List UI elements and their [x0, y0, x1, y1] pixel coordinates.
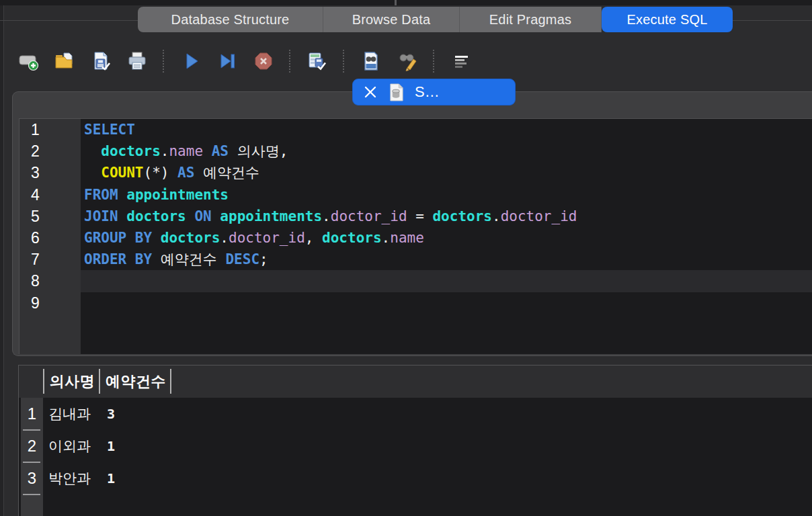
open-sql-file-icon — [54, 50, 75, 72]
execute-all-button[interactable] — [180, 50, 202, 73]
print-icon — [126, 50, 148, 72]
sql-editor[interactable]: 1SELECT2 doctors.name AS 의사명,3 COUNT(*) … — [19, 118, 812, 354]
code-text[interactable]: JOIN doctors ON appointments.doctor_id =… — [81, 206, 812, 227]
line-number: 2 — [19, 140, 81, 162]
code-text[interactable] — [81, 292, 812, 314]
cell-appointment-count[interactable]: 3 — [107, 398, 115, 430]
open-sql-tab-button[interactable] — [17, 50, 39, 73]
code-line: 1SELECT — [19, 119, 812, 140]
sql-editor-frame: 1SELECT2 doctors.name AS 의사명,3 COUNT(*) … — [12, 91, 812, 356]
cell-doctor-name[interactable]: 박안과 — [48, 462, 91, 494]
save-results-button[interactable] — [307, 50, 328, 73]
line-number: 4 — [19, 184, 81, 206]
cell-doctor-name[interactable]: 김내과 — [48, 398, 91, 430]
row-separator — [23, 494, 40, 495]
code-text[interactable]: SELECT — [81, 119, 812, 140]
save-sql-file-button[interactable] — [90, 50, 112, 73]
code-line: 5JOIN doctors ON appointments.doctor_id … — [19, 206, 812, 227]
print-button[interactable] — [126, 50, 148, 73]
results-header: 의사명예약건수 — [19, 366, 812, 398]
window-top-tick — [395, 0, 397, 5]
line-number: 9 — [19, 292, 81, 314]
window-left-edge-line — [3, 5, 4, 516]
column-separator[interactable] — [99, 369, 100, 394]
view-tabs: Database StructureBrowse DataEdit Pragma… — [138, 7, 733, 32]
tab-browse-data[interactable]: Browse Data — [323, 7, 460, 32]
results-grid: 의사명예약건수 1김내과32이외과13박안과1 — [18, 365, 812, 516]
tab-edit-pragmas[interactable]: Edit Pragmas — [460, 7, 602, 32]
stop-button[interactable] — [253, 50, 274, 73]
stop-icon — [253, 50, 274, 72]
execute-current-line-icon — [216, 50, 238, 72]
cell-appointment-count[interactable]: 1 — [107, 462, 115, 494]
toolbar-separator — [433, 50, 436, 73]
format-lines-icon — [450, 50, 472, 72]
column-separator[interactable] — [170, 369, 171, 394]
code-text[interactable] — [81, 270, 812, 292]
sql-toolbar — [17, 48, 472, 74]
save-sql-file-icon — [90, 50, 112, 72]
line-number: 6 — [19, 227, 81, 249]
code-text[interactable]: doctors.name AS 의사명, — [81, 140, 812, 162]
save-results-icon — [307, 50, 328, 72]
cell-appointment-count[interactable]: 1 — [107, 430, 115, 462]
execute-current-line-button[interactable] — [216, 50, 238, 73]
sql-document-icon — [389, 83, 404, 101]
row-number[interactable]: 3 — [21, 462, 43, 494]
toolbar-separator — [289, 50, 292, 73]
find-replace-icon — [397, 50, 418, 72]
code-line: 8 — [19, 270, 812, 292]
code-line: 9 — [19, 292, 812, 314]
line-number: 5 — [19, 206, 81, 227]
code-line: 2 doctors.name AS 의사명, — [19, 140, 812, 162]
open-sql-file-button[interactable] — [54, 50, 75, 73]
splitter[interactable] — [0, 356, 812, 365]
code-line: 4FROM appointments — [19, 184, 812, 206]
code-line: 6GROUP BY doctors.doctor_id, doctors.nam… — [19, 227, 812, 249]
tab-database-structure[interactable]: Database Structure — [138, 7, 323, 32]
toolbar-separator — [343, 50, 346, 73]
code-text[interactable]: ORDER BY 예약건수 DESC; — [81, 249, 812, 270]
row-number[interactable]: 2 — [21, 430, 43, 462]
code-line: 3 COUNT(*) AS 예약건수 — [19, 162, 812, 183]
sql-tab[interactable]: S… — [352, 79, 516, 105]
tab-execute-sql[interactable]: Execute SQL — [602, 7, 733, 32]
line-number: 3 — [19, 162, 81, 183]
column-header[interactable]: 예약건수 — [102, 366, 170, 398]
code-text[interactable]: COUNT(*) AS 예약건수 — [81, 162, 812, 183]
find-button[interactable] — [360, 50, 382, 73]
format-lines-button[interactable] — [450, 50, 472, 73]
find-replace-button[interactable] — [397, 50, 418, 73]
line-number: 1 — [19, 119, 81, 140]
sql-tab-title: S… — [415, 83, 440, 101]
line-number: 7 — [19, 249, 81, 270]
code-line: 7ORDER BY 예약건수 DESC; — [19, 249, 812, 270]
execute-all-icon — [180, 50, 202, 72]
window-top-strip — [0, 0, 812, 5]
column-separator[interactable] — [43, 369, 44, 394]
row-number[interactable]: 1 — [21, 398, 43, 430]
toolbar-separator — [163, 50, 165, 73]
line-number: 8 — [19, 270, 81, 292]
column-header[interactable]: 의사명 — [46, 366, 99, 398]
open-sql-tab-icon — [17, 50, 39, 72]
find-icon — [360, 50, 382, 72]
cell-doctor-name[interactable]: 이외과 — [48, 430, 91, 462]
code-text[interactable]: FROM appointments — [81, 184, 812, 206]
code-text[interactable]: GROUP BY doctors.doctor_id, doctors.name — [81, 227, 812, 249]
code-lines: 1SELECT2 doctors.name AS 의사명,3 COUNT(*) … — [19, 119, 812, 314]
close-tab-icon[interactable] — [363, 85, 378, 99]
